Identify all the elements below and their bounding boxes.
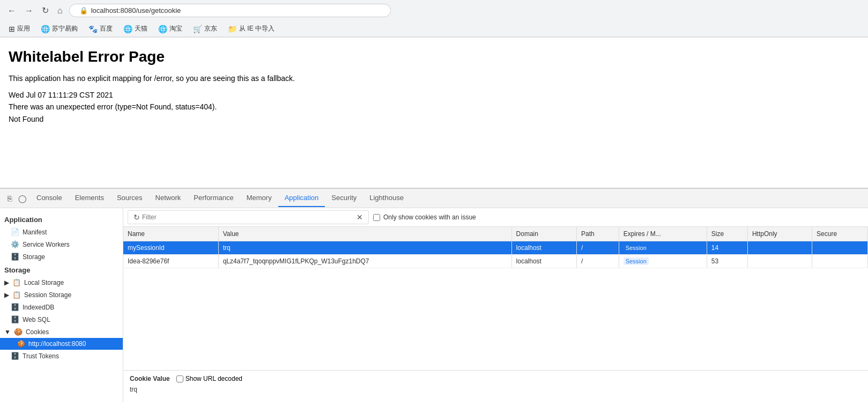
bookmark-label: 百度: [100, 24, 113, 33]
lock-icon: 🔒: [79, 6, 88, 14]
session-storage-icon: 📋: [12, 291, 21, 299]
table-row[interactable]: Idea-8296e76f qLz4a7f7_tqoqnppvMIG1fLPKQ…: [123, 255, 868, 268]
home-button[interactable]: ⌂: [55, 4, 65, 18]
devtools-tab-elements[interactable]: Elements: [69, 189, 110, 207]
sidebar-item-cookies[interactable]: ▼ 🍪 Cookies: [0, 326, 123, 338]
cookie-value-panel: Cookie Value Show URL decoded trq: [123, 370, 868, 402]
bookmark-label: 苏宁易购: [52, 24, 78, 33]
table-row[interactable]: mySessionId trq localhost / Session 14: [123, 241, 868, 255]
devtools-tab-security[interactable]: Security: [325, 189, 363, 207]
cell-secure: [812, 241, 868, 255]
bookmark-item[interactable]: 🛒京东: [191, 23, 219, 34]
devtools-tab-console[interactable]: Console: [30, 189, 69, 207]
sidebar-item-storage-top[interactable]: 🗄️ Storage: [0, 250, 123, 263]
col-domain[interactable]: Domain: [511, 227, 576, 241]
bookmark-item[interactable]: 🌐天猫: [121, 23, 150, 34]
bookmark-icon: 🐾: [88, 25, 98, 33]
bookmark-icon: 🛒: [193, 25, 202, 33]
cell-value: qLz4a7f7_tqoqnppvMIG1fLPKQp_W13uFgz1hDQ7: [218, 255, 511, 268]
cell-path: /: [577, 255, 619, 268]
cell-size: 53: [707, 255, 747, 268]
devtools-panel: ⎘ ◯ ConsoleElementsSourcesNetworkPerform…: [0, 188, 868, 402]
filter-clear-button[interactable]: ✕: [354, 212, 365, 223]
address-bar[interactable]: 🔒 localhost:8080/use/getcookie: [69, 4, 391, 17]
service-workers-icon: ⚙️: [11, 240, 19, 248]
manifest-label: Manifest: [23, 229, 47, 236]
web-sql-label: Web SQL: [23, 316, 50, 323]
devtools-tab-lighthouse[interactable]: Lighthouse: [363, 189, 410, 207]
bookmark-item[interactable]: 🌐苏宁易购: [39, 23, 80, 34]
sidebar-item-service-workers[interactable]: ⚙️ Service Workers: [0, 238, 123, 250]
error-description: This application has no explicit mapping…: [9, 74, 859, 83]
sidebar-item-trust-tokens[interactable]: 🗄️ Trust Tokens: [0, 350, 123, 362]
bookmark-icon: 📁: [228, 25, 237, 33]
bookmark-label: 从 IE 中导入: [239, 24, 275, 33]
cell-name: mySessionId: [123, 241, 218, 255]
bookmark-item[interactable]: ⊞应用: [6, 23, 32, 34]
cell-expires: Session: [619, 241, 707, 255]
cell-name: Idea-8296e76f: [123, 255, 218, 268]
bookmark-label: 京东: [204, 24, 217, 33]
filter-refresh-button[interactable]: ↻: [131, 212, 142, 223]
devtools-tab-performance[interactable]: Performance: [187, 189, 240, 207]
cookie-table: Name Value Domain Path Expires / M... Si…: [123, 227, 868, 370]
local-storage-icon: 📋: [12, 278, 21, 286]
cookie-value-text: trq: [130, 386, 862, 393]
cell-domain: localhost: [511, 241, 576, 255]
bookmark-item[interactable]: 🌐淘宝: [156, 23, 184, 34]
device-toolbar-button[interactable]: ◯: [15, 192, 30, 205]
forward-button[interactable]: →: [23, 4, 35, 18]
col-secure[interactable]: Secure: [812, 227, 868, 241]
cell-secure: [812, 255, 868, 268]
storage-top-label: Storage: [23, 253, 45, 261]
back-button[interactable]: ←: [5, 4, 18, 18]
bookmark-item[interactable]: 📁从 IE 中导入: [226, 23, 277, 34]
expand-session-storage-icon: ▶: [4, 291, 9, 299]
cookie-value-header: Cookie Value Show URL decoded: [130, 375, 862, 382]
col-httponly[interactable]: HttpOnly: [747, 227, 812, 241]
show-url-decoded-label[interactable]: Show URL decoded: [176, 375, 242, 382]
show-url-decoded-checkbox[interactable]: [176, 375, 183, 382]
devtools-tab-memory[interactable]: Memory: [240, 189, 278, 207]
sidebar-item-indexeddb[interactable]: 🗄️ IndexedDB: [0, 301, 123, 313]
expand-local-storage-icon: ▶: [4, 279, 9, 286]
manifest-icon: 📄: [11, 228, 19, 236]
col-name[interactable]: Name: [123, 227, 218, 241]
indexeddb-icon: 🗄️: [11, 303, 19, 311]
bookmark-label: 应用: [17, 24, 30, 33]
cell-size: 14: [707, 241, 747, 255]
bookmark-icon: 🌐: [123, 25, 132, 33]
nav-bar: ← → ↻ ⌂ 🔒 localhost:8080/use/getcookie: [0, 0, 868, 21]
devtools-tab-application[interactable]: Application: [278, 189, 325, 207]
col-value[interactable]: Value: [218, 227, 511, 241]
filter-checkbox-area: Only show cookies with an issue: [373, 213, 476, 221]
devtools-tab-network[interactable]: Network: [149, 189, 188, 207]
session-badge: Session: [624, 257, 649, 265]
devtools-tab-sources[interactable]: Sources: [110, 189, 149, 207]
cell-domain: localhost: [511, 255, 576, 268]
bookmark-label: 淘宝: [169, 24, 182, 33]
filter-input[interactable]: [142, 213, 354, 221]
cookies-table: Name Value Domain Path Expires / M... Si…: [123, 227, 868, 268]
col-path[interactable]: Path: [577, 227, 619, 241]
cookies-label: Cookies: [26, 328, 49, 336]
sidebar-item-local-storage[interactable]: ▶ 📋 Local Storage: [0, 276, 123, 289]
inspect-element-button[interactable]: ⎘: [4, 192, 15, 205]
cell-path: /: [577, 241, 619, 255]
trust-tokens-label: Trust Tokens: [23, 352, 59, 360]
sidebar-item-session-storage[interactable]: ▶ 📋 Session Storage: [0, 289, 123, 301]
col-expires[interactable]: Expires / M...: [619, 227, 707, 241]
sidebar-item-localhost-cookies[interactable]: 🍪 http://localhost:8080: [0, 338, 123, 350]
sidebar-item-web-sql[interactable]: 🗄️ Web SQL: [0, 313, 123, 326]
sidebar-item-manifest[interactable]: 📄 Manifest: [0, 226, 123, 238]
bookmark-item[interactable]: 🐾百度: [86, 23, 115, 34]
col-size[interactable]: Size: [707, 227, 747, 241]
cell-value: trq: [218, 241, 511, 255]
reload-button[interactable]: ↻: [40, 3, 51, 18]
error-title: Whitelabel Error Page: [9, 48, 859, 65]
filter-input-wrap: ↻ ✕: [128, 210, 369, 224]
url-text: localhost:8080/use/getcookie: [91, 6, 181, 14]
bookmark-icon: 🌐: [41, 25, 50, 33]
show-issue-checkbox[interactable]: [373, 214, 380, 221]
filter-bar: ↻ ✕ Only show cookies with an issue: [123, 208, 868, 227]
